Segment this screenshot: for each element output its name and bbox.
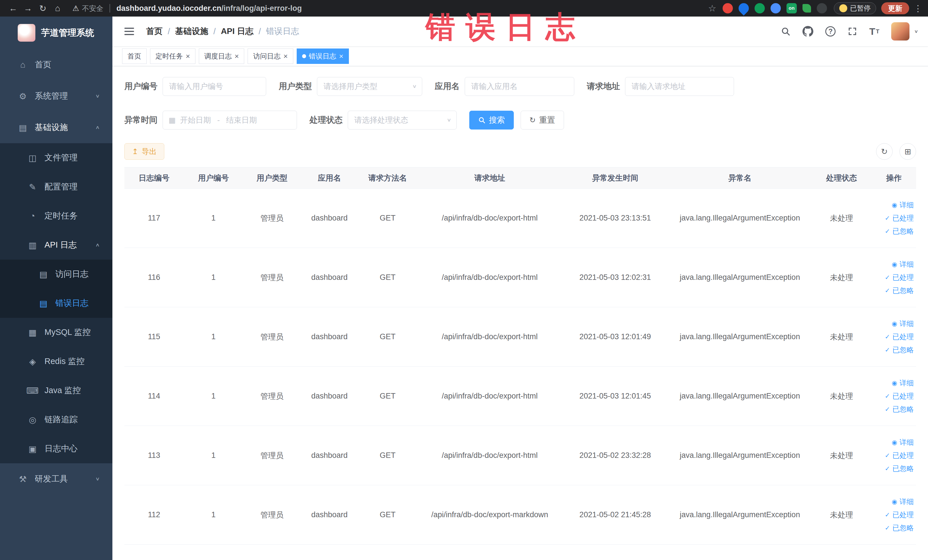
tab-cron[interactable]: 定时任务× <box>150 49 195 64</box>
paused-badge[interactable]: 已暂停 <box>834 2 876 14</box>
user-type-select[interactable]: 请选择用户类型 ∨ <box>317 77 422 96</box>
action-ignored[interactable]: ✓已忽略 <box>872 403 914 416</box>
action-processed[interactable]: ✓已处理 <box>872 449 914 462</box>
adblock-icon[interactable] <box>723 3 733 14</box>
close-icon[interactable]: × <box>235 52 239 60</box>
export-button-label: 导出 <box>142 146 157 157</box>
cell-user_id: 1 <box>184 189 243 248</box>
close-icon[interactable]: × <box>339 52 343 60</box>
action-detail[interactable]: ◉详细 <box>872 258 914 271</box>
tab-access-log[interactable]: 访问日志× <box>247 49 293 64</box>
sidebar-item-config[interactable]: ✎配置管理 <box>0 172 112 201</box>
close-icon[interactable]: × <box>186 52 190 60</box>
action-processed[interactable]: ✓已处理 <box>872 508 914 522</box>
app-logo[interactable]: 芋道管理系统 <box>0 17 112 49</box>
github-icon[interactable] <box>803 26 814 37</box>
sidebar-item-infra[interactable]: ▤基础设施∧ <box>0 112 112 143</box>
help-icon[interactable]: ? <box>825 26 836 37</box>
app-name-input[interactable] <box>465 77 574 96</box>
back-icon[interactable]: ← <box>6 3 21 13</box>
sidebar-item-java[interactable]: ⌨Java 监控 <box>0 376 112 405</box>
font-size-icon[interactable]: TT <box>869 26 879 37</box>
tab-label: 错误日志 <box>309 52 336 61</box>
action-label: 已忽略 <box>892 226 914 236</box>
grid-icon[interactable] <box>771 3 781 14</box>
cell-user_type: 管理员 <box>243 426 301 485</box>
table-body: 1171管理员dashboardGET/api/infra/db-doc/exp… <box>124 189 916 545</box>
export-button[interactable]: ↥ 导出 <box>124 143 164 160</box>
action-detail[interactable]: ◉详细 <box>872 436 914 449</box>
action-processed[interactable]: ✓已处理 <box>872 271 914 284</box>
reload-icon[interactable]: ↻ <box>35 3 50 14</box>
sidebar-item-cron[interactable]: ◔定时任务 <box>0 201 112 230</box>
close-icon[interactable]: × <box>283 52 288 60</box>
sidebar-item-log-center[interactable]: ▣日志中心 <box>0 434 112 463</box>
drop-icon[interactable] <box>737 1 751 16</box>
app-name-label: 应用名 <box>435 81 459 92</box>
breadcrumb-item[interactable]: API 日志 <box>221 26 253 37</box>
hamburger-icon[interactable] <box>122 25 136 37</box>
check-icon: ✓ <box>885 287 890 294</box>
breadcrumb-item[interactable]: 基础设施 <box>175 26 208 37</box>
action-ignored[interactable]: ✓已忽略 <box>872 343 914 357</box>
sidebar-item-trace[interactable]: ◎链路追踪 <box>0 405 112 434</box>
onetab-icon[interactable]: on <box>786 3 797 14</box>
action-ignored[interactable]: ✓已忽略 <box>872 284 914 297</box>
action-detail[interactable]: ◉详细 <box>872 317 914 330</box>
sidebar-item-mysql[interactable]: ▦MySQL 监控 <box>0 318 112 347</box>
action-processed[interactable]: ✓已处理 <box>872 330 914 343</box>
action-detail[interactable]: ◉详细 <box>872 377 914 390</box>
security-chip[interactable]: ⚠ 不安全 <box>72 4 103 13</box>
eye-icon: ◉ <box>892 201 897 209</box>
video-icon[interactable] <box>754 3 765 14</box>
update-button[interactable]: 更新 <box>881 2 909 14</box>
sidebar-item-devtools[interactable]: ⚒研发工具∨ <box>0 463 112 495</box>
pin-icon[interactable] <box>817 3 827 14</box>
action-ignored[interactable]: ✓已忽略 <box>872 462 914 475</box>
action-label: 已处理 <box>892 391 914 401</box>
action-detail[interactable]: ◉详细 <box>872 495 914 508</box>
bookmark-star-icon[interactable]: ☆ <box>708 3 716 14</box>
sidebar-item-api-log[interactable]: ▥API 日志∧ <box>0 230 112 259</box>
tab-error-log[interactable]: 错误日志× <box>297 49 349 64</box>
tab-home[interactable]: 首页 <box>122 49 147 64</box>
sidebar-item-label: 文件管理 <box>44 152 78 163</box>
exception-time-range[interactable]: ▦ 开始日期 - 结束日期 <box>163 111 297 130</box>
sidebar-item-access-log[interactable]: ▤访问日志 <box>0 259 112 289</box>
sidebar-item-home[interactable]: ⌂首页 <box>0 49 112 81</box>
action-processed[interactable]: ✓已处理 <box>872 212 914 225</box>
browser-home-icon[interactable]: ⌂ <box>50 3 65 13</box>
sidebar-item-label: MySQL 监控 <box>44 327 91 338</box>
user-id-input[interactable] <box>163 77 266 96</box>
avatar[interactable] <box>891 22 910 41</box>
forward-icon[interactable]: → <box>21 3 35 13</box>
leaf-icon[interactable] <box>803 4 811 12</box>
url-domain: dashboard.yudao.iocoder.cn <box>116 4 221 12</box>
tab-schedule-log[interactable]: 调度日志× <box>199 49 244 64</box>
action-label: 已忽略 <box>892 404 914 414</box>
browser-menu-icon[interactable]: ⋮ <box>914 3 922 14</box>
sidebar-item-error-log[interactable]: ▤错误日志 <box>0 289 112 318</box>
cell-exception: java.lang.IllegalArgumentException <box>668 248 811 307</box>
action-detail[interactable]: ◉详细 <box>872 198 914 212</box>
breadcrumb-item[interactable]: 首页 <box>146 26 163 37</box>
column-settings-button[interactable]: ⊞ <box>899 143 916 160</box>
cell-id: 115 <box>124 307 184 366</box>
search-icon[interactable] <box>781 26 791 36</box>
process-status-select[interactable]: 请选择处理状态 ∨ <box>348 111 457 130</box>
action-processed[interactable]: ✓已处理 <box>872 390 914 403</box>
sidebar-item-redis[interactable]: ◈Redis 监控 <box>0 347 112 376</box>
request-url-input[interactable] <box>625 77 734 96</box>
chevron-down-icon[interactable]: ∨ <box>914 29 918 34</box>
fullscreen-icon[interactable] <box>847 26 857 36</box>
action-ignored[interactable]: ✓已忽略 <box>872 225 914 238</box>
column-header-time: 异常发生时间 <box>562 168 669 189</box>
action-ignored[interactable]: ✓已忽略 <box>872 522 914 535</box>
address-bar[interactable]: dashboard.yudao.iocoder.cn/infra/log/api… <box>116 4 302 13</box>
sidebar-item-file[interactable]: ◫文件管理 <box>0 143 112 172</box>
app-title: 芋道管理系统 <box>41 27 94 39</box>
refresh-table-button[interactable]: ↻ <box>876 143 893 160</box>
search-button[interactable]: 搜索 <box>469 111 514 130</box>
sidebar-item-system[interactable]: ⚙系统管理∨ <box>0 81 112 112</box>
reset-button[interactable]: ↻ 重置 <box>520 111 564 130</box>
